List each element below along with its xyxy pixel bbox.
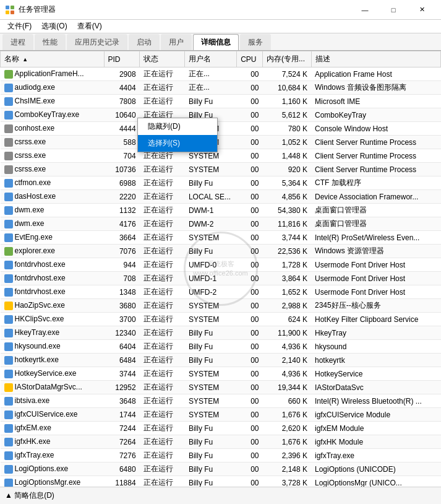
menu-item[interactable]: 文件(F) <box>2 20 36 33</box>
cell-desc: LogiOptionsMgr (UNICO... <box>311 476 440 487</box>
context-menu-select-columns[interactable]: 选择列(S) <box>138 135 217 152</box>
table-container[interactable]: 名称 ▲ PID 状态 用户名 CPU 内存(专用... 描述 Applicat… <box>0 51 441 487</box>
svg-rect-0 <box>6 6 9 9</box>
table-row[interactable]: csrss.exe 588 正在运行 SYSTEM 00 1,052 K Cli… <box>1 136 441 149</box>
cell-mem: 3,744 K <box>263 231 312 245</box>
table-row[interactable]: HaoZipSvc.exe 3680 正在运行 SYSTEM 00 2,988 … <box>1 299 441 313</box>
process-icon <box>4 315 13 324</box>
tab-详细信息[interactable]: 详细信息 <box>193 34 239 50</box>
maximize-button[interactable]: □ <box>379 0 408 20</box>
cell-desc: Intel(R) Wireless Bluetooth(R) ... <box>311 394 440 408</box>
table-row[interactable]: csrss.exe 704 正在运行 SYSTEM 00 1,448 K Cli… <box>1 149 441 163</box>
process-icon <box>4 152 13 160</box>
col-pid[interactable]: PID <box>104 51 140 67</box>
table-row[interactable]: HkeyTray.exe 12340 正在运行 Billy Fu 00 11,9… <box>1 326 441 340</box>
col-status[interactable]: 状态 <box>140 51 185 67</box>
process-icon <box>4 356 13 365</box>
cell-mem: 11,900 K <box>263 326 312 340</box>
cell-user: Billy Fu <box>185 422 237 435</box>
tab-服务[interactable]: 服务 <box>240 34 271 50</box>
cell-cpu: 00 <box>237 122 263 136</box>
context-menu-hide-columns[interactable]: 隐藏列(D) <box>138 118 217 135</box>
table-row[interactable]: igfxCUIService.exe 1744 正在运行 SYSTEM 00 1… <box>1 408 441 422</box>
menu-item[interactable]: 选项(O) <box>36 20 72 33</box>
table-row[interactable]: hkysound.exe 6404 正在运行 Billy Fu 00 4,936… <box>1 340 441 354</box>
cell-desc: hotkeyrtk <box>311 354 440 367</box>
col-cpu[interactable]: CPU <box>237 51 263 67</box>
table-row[interactable]: igfxTray.exe 7276 正在运行 Billy Fu 00 2,396… <box>1 449 441 463</box>
cell-pid: 7276 <box>104 449 140 463</box>
col-mem[interactable]: 内存(专用... <box>263 51 312 67</box>
tab-应用历史记录[interactable]: 应用历史记录 <box>67 34 127 50</box>
menu-bar: 文件(F)选项(O)查看(V) <box>0 20 441 33</box>
cell-pid: 7808 <box>104 95 140 108</box>
cell-mem: 2,988 K <box>263 299 312 313</box>
cell-mem: 920 K <box>263 163 312 176</box>
table-row[interactable]: LogiOptionsMgr.exe 11884 正在运行 Billy Fu 0… <box>1 476 441 487</box>
table-row[interactable]: ApplicationFrameH... 2908 正在运行 正在... 00 … <box>1 67 441 81</box>
table-row[interactable]: ChsIME.exe 7808 正在运行 Billy Fu 00 1,160 K… <box>1 95 441 108</box>
cell-status: 正在运行 <box>140 95 185 108</box>
cell-name: igfxTray.exe <box>1 449 105 463</box>
menu-item[interactable]: 查看(V) <box>72 20 107 33</box>
cell-pid: 7244 <box>104 422 140 435</box>
window-title: 任务管理器 <box>19 4 56 15</box>
tab-用户[interactable]: 用户 <box>161 34 192 50</box>
minimize-button[interactable]: — <box>351 0 379 20</box>
table-row[interactable]: hotkeyrtk.exe 6484 正在运行 Billy Fu 00 2,14… <box>1 354 441 367</box>
col-name[interactable]: 名称 ▲ <box>1 51 105 67</box>
table-row[interactable]: fontdrvhost.exe 708 正在运行 UMFD-1 00 3,864… <box>1 272 441 285</box>
title-bar-controls: — □ ✕ <box>351 0 436 20</box>
table-row[interactable]: dwm.exe 4176 正在运行 DWM-2 00 11,816 K 桌面窗口… <box>1 217 441 231</box>
cell-cpu: 00 <box>237 190 263 204</box>
table-row[interactable]: ibtsiva.exe 3648 正在运行 SYSTEM 00 660 K In… <box>1 394 441 408</box>
table-row[interactable]: IAStorDataMgrSvc... 12952 正在运行 SYSTEM 00… <box>1 381 441 394</box>
table-row[interactable]: csrss.exe 10736 正在运行 SYSTEM 00 920 K Cli… <box>1 163 441 176</box>
table-row[interactable]: fontdrvhost.exe 944 正在运行 UMFD-0 00 1,728… <box>1 258 441 272</box>
table-row[interactable]: fontdrvhost.exe 1348 正在运行 UMFD-2 00 1,65… <box>1 285 441 299</box>
cell-desc: igfxTray.exe <box>311 449 440 463</box>
cell-status: 正在运行 <box>140 81 185 95</box>
table-header: 名称 ▲ PID 状态 用户名 CPU 内存(专用... 描述 <box>1 51 441 67</box>
cell-status: 正在运行 <box>140 231 185 245</box>
table-row[interactable]: ComboKeyTray.exe 10640 正在运行 Billy Fu 00 … <box>1 108 441 122</box>
process-icon <box>4 111 13 119</box>
cell-status: 正在运行 <box>140 463 185 476</box>
table-row[interactable]: explorer.exe 7076 正在运行 Billy Fu 00 22,53… <box>1 245 441 258</box>
close-button[interactable]: ✕ <box>408 0 436 20</box>
table-row[interactable]: LogiOptions.exe 6480 正在运行 Billy Fu 00 2,… <box>1 463 441 476</box>
cell-user: Billy Fu <box>185 449 237 463</box>
cell-desc: Windows 资源管理器 <box>311 245 440 258</box>
svg-rect-1 <box>11 6 14 9</box>
tab-性能[interactable]: 性能 <box>35 34 66 50</box>
table-row[interactable]: EvtEng.exe 3664 正在运行 SYSTEM 00 3,744 K I… <box>1 231 441 245</box>
col-desc[interactable]: 描述 <box>311 51 440 67</box>
cell-pid: 588 <box>104 136 140 149</box>
table-row[interactable]: dwm.exe 1132 正在运行 DWM-1 00 54,380 K 桌面窗口… <box>1 204 441 217</box>
cell-user: UMFD-2 <box>185 285 237 299</box>
cell-cpu: 00 <box>237 163 263 176</box>
cell-user: Billy Fu <box>185 354 237 367</box>
cell-cpu: 00 <box>237 204 263 217</box>
table-row[interactable]: HKClipSvc.exe 3700 正在运行 SYSTEM 00 624 K … <box>1 313 441 326</box>
cell-cpu: 00 <box>237 354 263 367</box>
tab-启动[interactable]: 启动 <box>129 34 160 50</box>
table-row[interactable]: dasHost.exe 2220 正在运行 LOCAL SE... 00 4,8… <box>1 190 441 204</box>
table-row[interactable]: HotkeyService.exe 3744 正在运行 SYSTEM 00 4,… <box>1 367 441 381</box>
cell-name: fontdrvhost.exe <box>1 272 105 285</box>
cell-name: dasHost.exe <box>1 190 105 204</box>
col-user[interactable]: 用户名 <box>185 51 237 67</box>
table-row[interactable]: ctfmon.exe 6988 正在运行 Billy Fu 00 5,364 K… <box>1 176 441 190</box>
table-row[interactable]: audiodg.exe 4404 正在运行 正在... 00 10,684 K … <box>1 81 441 95</box>
table-row[interactable]: conhost.exe 4444 正在运行 SYSTEM 00 780 K Co… <box>1 122 441 136</box>
cell-desc: 2345好压--核心服务 <box>311 299 440 313</box>
table-row[interactable]: igfxEM.exe 7244 正在运行 Billy Fu 00 2,620 K… <box>1 422 441 435</box>
tab-进程[interactable]: 进程 <box>2 34 33 50</box>
cell-status: 正在运行 <box>140 204 185 217</box>
table-row[interactable]: igfxHK.exe 7264 正在运行 Billy Fu 00 1,676 K… <box>1 435 441 449</box>
cell-pid: 4404 <box>104 81 140 95</box>
context-menu[interactable]: 隐藏列(D) 选择列(S) <box>137 118 218 152</box>
cell-name: fontdrvhost.exe <box>1 258 105 272</box>
cell-name: ApplicationFrameH... <box>1 67 105 81</box>
status-label[interactable]: ▲ 简略信息(D) <box>5 490 54 501</box>
